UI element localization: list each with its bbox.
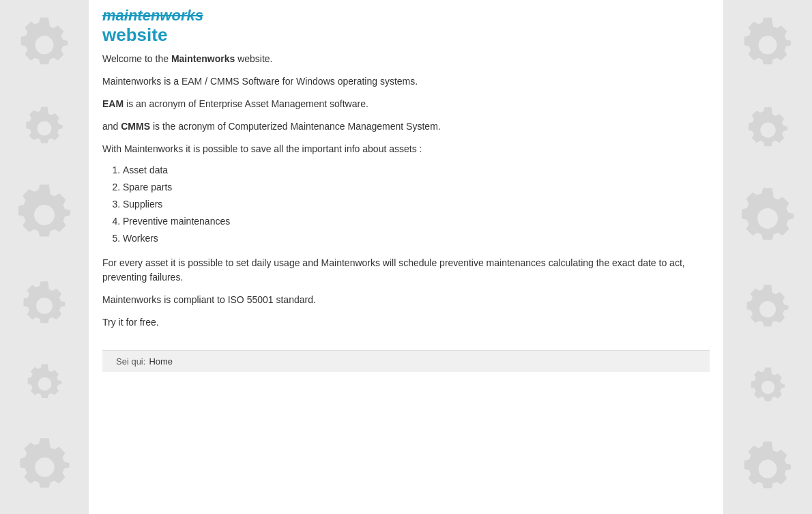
gear-icon: [23, 362, 67, 406]
cmms-paragraph: and CMMS is the acronym of Computerized …: [102, 119, 710, 134]
asset-list: Asset data Spare parts Suppliers Prevent…: [123, 162, 710, 248]
content-area: maintenworks website Welcome to the Main…: [89, 0, 723, 386]
site-title-line1: maintenworks: [102, 7, 710, 25]
eam-paragraph: EAM is an acronym of Enterprise Asset Ma…: [102, 97, 710, 111]
gear-icon: [20, 104, 68, 152]
try-paragraph: Try it for free.: [102, 315, 710, 330]
gear-icon: [740, 282, 795, 337]
breadcrumb-label: Sei qui:: [116, 356, 145, 367]
iso-paragraph: Maintenworks is compliant to ISO 55001 s…: [102, 293, 710, 307]
gear-icon: [12, 435, 77, 500]
site-title-line2: website: [102, 25, 710, 46]
breadcrumb-bar: Sei qui: Home: [102, 350, 710, 372]
gear-icon: [737, 14, 798, 76]
with-paragraph: With Maintenworks it is possible to save…: [102, 142, 710, 156]
eam-keyword: EAM: [102, 98, 124, 109]
welcome-paragraph: Welcome to the Maintenworks website.: [102, 52, 710, 66]
welcome-suffix: website.: [235, 53, 272, 64]
gear-icon: [14, 14, 75, 76]
list-item: Suppliers: [123, 196, 710, 213]
gear-icon: [737, 438, 798, 500]
cmms-keyword: CMMS: [121, 121, 150, 132]
main-content: maintenworks website Welcome to the Main…: [89, 0, 723, 514]
breadcrumb-home[interactable]: Home: [149, 356, 173, 367]
welcome-brand: Maintenworks: [171, 53, 235, 64]
cmms-suffix: is the acronym of Computerized Maintenan…: [150, 121, 441, 132]
list-item: Preventive maintenances: [123, 213, 710, 230]
intro-paragraph: Maintenworks is a EAM / CMMS Software fo…: [102, 74, 710, 89]
site-title: maintenworks website: [102, 7, 710, 46]
welcome-prefix: Welcome to the: [102, 53, 171, 64]
gear-icon: [734, 184, 802, 253]
gear-icon: [742, 104, 794, 156]
cmms-prefix: and: [102, 121, 121, 132]
gear-icon: [10, 181, 78, 249]
list-item: Asset data: [123, 162, 710, 179]
list-item: Spare parts: [123, 179, 710, 196]
gear-decoration-left: [0, 0, 89, 514]
gear-icon: [746, 365, 790, 410]
for-every-paragraph: For every asset it is possible to set da…: [102, 256, 710, 285]
gear-decoration-right: [723, 0, 812, 514]
eam-suffix: is an acronym of Enterprise Asset Manage…: [124, 98, 368, 109]
gear-icon: [17, 279, 72, 333]
list-item: Workers: [123, 230, 710, 247]
